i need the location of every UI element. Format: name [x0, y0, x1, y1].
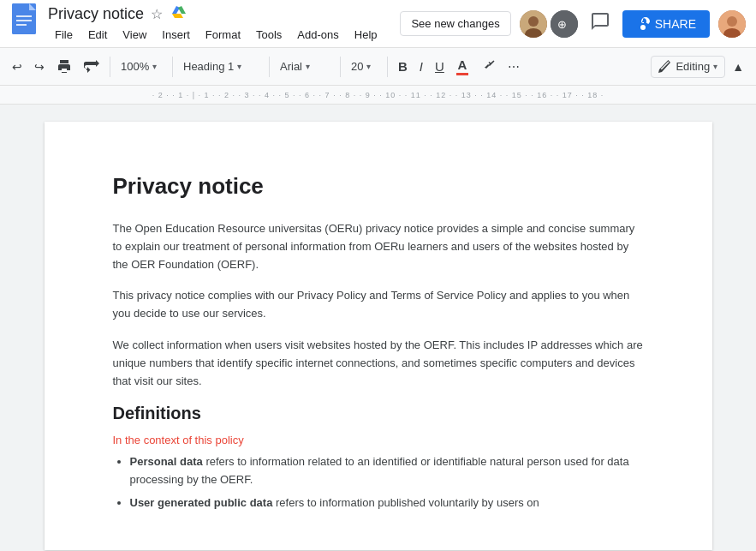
document-heading-1: Privacy notice [113, 173, 644, 200]
svg-point-7 [528, 16, 539, 27]
comment-button[interactable] [586, 8, 614, 39]
menu-addons[interactable]: Add-ons [290, 25, 345, 45]
collapse-toolbar-button[interactable]: ▲ [727, 57, 749, 77]
menu-view[interactable]: View [116, 25, 153, 45]
collaborator-avatar-2[interactable]: ⊕ [551, 10, 578, 38]
document-heading-2: Definitions [113, 404, 644, 423]
paint-format-button[interactable] [79, 56, 104, 78]
highlight-button[interactable] [475, 56, 501, 78]
svg-text:⊕: ⊕ [557, 18, 567, 31]
profile-avatar[interactable] [718, 10, 746, 38]
heading-chevron: ▾ [237, 62, 241, 71]
svg-point-11 [640, 25, 646, 30]
list-item-2-bold: User generated public data [130, 496, 273, 509]
list-item-2-text: refers to information published voluntar… [272, 496, 539, 509]
title-bar: Privacy notice ☆ File Edit View Insert F… [0, 0, 756, 48]
separator-3 [269, 57, 270, 77]
avatar-group: ⊕ [520, 10, 578, 38]
separator-4 [340, 57, 341, 77]
undo-button[interactable]: ↩ [7, 57, 27, 77]
doc-title-text[interactable]: Privacy notice [48, 5, 144, 23]
zoom-selector[interactable]: 100% ▾ [116, 57, 167, 76]
drive-button[interactable] [170, 3, 188, 25]
font-chevron: ▾ [306, 62, 310, 71]
menu-insert[interactable]: Insert [155, 25, 197, 45]
list-item-1-bold: Personal data [130, 455, 203, 468]
zoom-chevron: ▾ [152, 62, 157, 71]
italic-button[interactable]: I [414, 56, 428, 77]
editing-mode-button[interactable]: Editing ▾ [651, 56, 725, 78]
document-paragraph-2: This privacy notice complies with our Pr… [113, 287, 644, 323]
more-options-button[interactable]: ⋯ [503, 57, 525, 77]
list-item-2: User generated public data refers to inf… [130, 494, 644, 512]
doc-title-row: Privacy notice ☆ [48, 3, 393, 25]
editing-chevron: ▾ [713, 62, 717, 71]
menu-file[interactable]: File [48, 25, 80, 45]
svg-rect-4 [16, 20, 32, 21]
redo-button[interactable]: ↪ [29, 57, 50, 77]
document-paragraph-3: We collect information when users visit … [113, 337, 644, 390]
list-item-1: Personal data refers to information rela… [130, 453, 644, 489]
svg-rect-3 [16, 15, 32, 17]
document-area[interactable]: Privacy notice The Open Education Resour… [0, 105, 756, 551]
list-item-1-text: refers to information related to an iden… [130, 455, 629, 486]
print-button[interactable] [51, 56, 77, 78]
underline-button[interactable]: U [430, 56, 449, 77]
menu-tools[interactable]: Tools [249, 25, 289, 45]
font-value: Arial [280, 60, 302, 73]
heading-selector[interactable]: Heading 1 ▾ [178, 57, 264, 76]
menu-format[interactable]: Format [199, 25, 247, 45]
doc-icon [10, 3, 41, 45]
header-right: See new changes ⊕ [400, 8, 746, 39]
title-section: Privacy notice ☆ File Edit View Insert F… [48, 3, 393, 45]
heading-value: Heading 1 [183, 60, 234, 73]
separator-1 [110, 57, 110, 77]
see-new-changes-button[interactable]: See new changes [400, 11, 510, 36]
font-size-selector[interactable]: 20 ▾ [346, 57, 382, 76]
document-subtext: In the context of this policy [113, 434, 644, 446]
separator-2 [172, 57, 173, 77]
svg-point-13 [727, 16, 737, 27]
menu-edit[interactable]: Edit [81, 25, 114, 45]
star-button[interactable]: ☆ [149, 4, 164, 24]
document-list: Personal data refers to information rela… [113, 453, 644, 512]
text-color-indicator: A [456, 57, 468, 75]
toolbar: ↩ ↪ 100% ▾ Heading 1 ▾ Arial ▾ 20 ▾ B I … [0, 48, 756, 86]
editing-label: Editing [676, 60, 710, 73]
font-size-chevron: ▾ [366, 62, 371, 71]
svg-rect-5 [16, 24, 27, 26]
text-color-button[interactable]: A [451, 54, 473, 79]
font-selector[interactable]: Arial ▾ [275, 57, 335, 76]
zoom-value: 100% [121, 60, 149, 73]
title-icons: ☆ [149, 3, 188, 25]
bold-button[interactable]: B [393, 56, 413, 77]
text-color-letter: A [457, 57, 467, 72]
menu-bar: File Edit View Insert Format Tools Add-o… [48, 25, 393, 45]
document-paragraph-1: The Open Education Resource universitas … [113, 220, 644, 273]
ruler-content: · 2 · · 1 · | · 1 · · 2 · · 3 · · 4 · · … [7, 91, 749, 99]
menu-help[interactable]: Help [348, 25, 384, 45]
share-button[interactable]: SHARE [622, 10, 710, 38]
document-page: Privacy notice The Open Education Resour… [45, 122, 712, 550]
ruler: · 2 · · 1 · | · 1 · · 2 · · 3 · · 4 · · … [0, 86, 756, 105]
text-color-underline [456, 73, 468, 75]
ruler-text: · 2 · · 1 · | · 1 · · 2 · · 3 · · 4 · · … [152, 91, 604, 99]
share-label: SHARE [655, 17, 696, 31]
font-size-value: 20 [351, 60, 363, 73]
collaborator-avatar-1[interactable] [520, 10, 547, 38]
separator-5 [387, 57, 388, 77]
